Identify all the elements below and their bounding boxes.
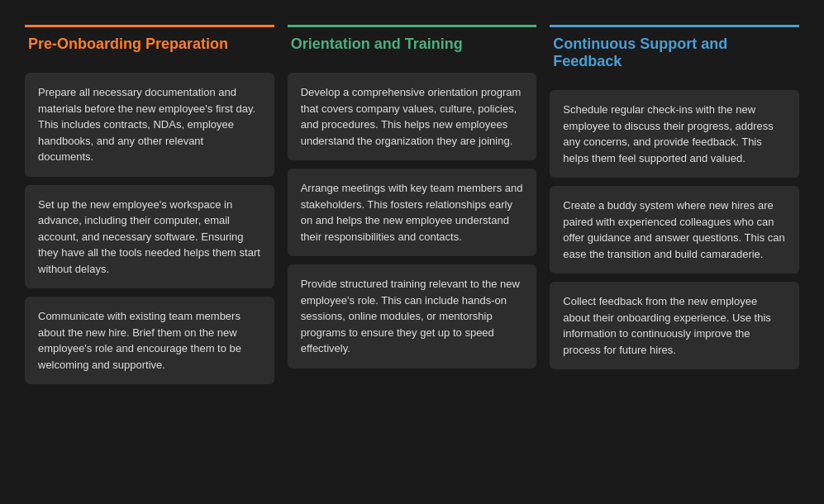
column-title-continuous-support: Continuous Support and Feedback xyxy=(550,25,799,82)
card-pre-onboarding-2: Communicate with existing team members a… xyxy=(25,297,274,384)
card-continuous-support-0: Schedule regular check-ins with the new … xyxy=(550,90,799,178)
column-pre-onboarding: Pre-Onboarding PreparationPrepare all ne… xyxy=(25,25,274,392)
column-title-orientation: Orientation and Training xyxy=(288,25,537,64)
card-orientation-2: Provide structured training relevant to … xyxy=(288,264,537,368)
column-continuous-support: Continuous Support and FeedbackSchedule … xyxy=(550,25,799,392)
card-pre-onboarding-1: Set up the new employee's workspace in a… xyxy=(25,185,274,289)
main-container: Pre-Onboarding PreparationPrepare all ne… xyxy=(17,17,807,401)
card-orientation-1: Arrange meetings with key team members a… xyxy=(288,169,537,256)
card-pre-onboarding-0: Prepare all necessary documentation and … xyxy=(25,73,274,177)
card-orientation-0: Develop a comprehensive orientation prog… xyxy=(288,73,537,160)
column-orientation: Orientation and TrainingDevelop a compre… xyxy=(288,25,537,392)
card-continuous-support-1: Create a buddy system where new hires ar… xyxy=(550,186,799,273)
card-continuous-support-2: Collect feedback from the new employee a… xyxy=(550,282,799,369)
column-title-pre-onboarding: Pre-Onboarding Preparation xyxy=(25,25,274,64)
